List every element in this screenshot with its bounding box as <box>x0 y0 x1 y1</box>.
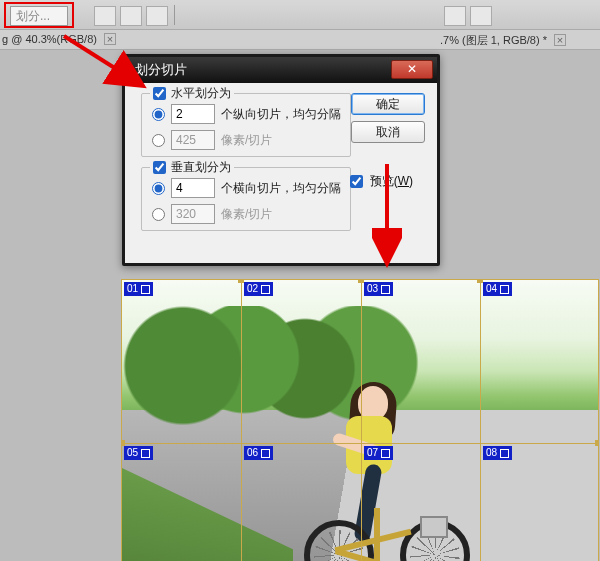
vertical-count-radio[interactable] <box>152 182 165 195</box>
slice-badge[interactable]: 05 <box>124 446 153 460</box>
slice-type-icon <box>261 285 270 294</box>
horizontal-count-input[interactable] <box>171 104 215 124</box>
preview-checkbox-label[interactable]: 预览(W) <box>350 173 413 190</box>
vertical-count-input[interactable] <box>171 178 215 198</box>
horizontal-px-row: 像素/切片 <box>152 130 272 150</box>
slice-badge[interactable]: 04 <box>483 282 512 296</box>
ok-button[interactable]: 确定 <box>351 93 425 115</box>
toolbar-icon[interactable] <box>444 6 466 26</box>
vertical-legend[interactable]: 垂直划分为 <box>150 159 234 176</box>
vertical-divide-group: 垂直划分为 个横向切片，均匀分隔 像素/切片 <box>141 167 351 231</box>
vertical-count-desc: 个横向切片，均匀分隔 <box>221 180 341 197</box>
slice-type-icon <box>500 285 509 294</box>
close-button[interactable]: ✕ <box>391 60 433 79</box>
document-tab-right[interactable]: .7% (图层 1, RGB/8) * × <box>440 33 566 48</box>
slice-guide-vertical[interactable] <box>241 280 242 561</box>
cancel-button[interactable]: 取消 <box>351 121 425 143</box>
legend-label: 水平划分为 <box>171 86 231 100</box>
slice-badge[interactable]: 06 <box>244 446 273 460</box>
slice-type-icon <box>141 285 150 294</box>
document-tab-bar: g @ 40.3%(RGB/8) × .7% (图层 1, RGB/8) * × <box>0 30 600 50</box>
slice-handle[interactable] <box>595 440 599 446</box>
horizontal-divide-group: 水平划分为 个纵向切片，均匀分隔 像素/切片 <box>141 93 351 157</box>
horizontal-enable-checkbox[interactable] <box>153 87 166 100</box>
slice-badge[interactable]: 01 <box>124 282 153 296</box>
slice-type-icon <box>141 449 150 458</box>
options-bar: 划分... <box>0 0 600 30</box>
tab-title: g @ 40.3%(RGB/8) <box>2 33 97 45</box>
horizontal-legend[interactable]: 水平划分为 <box>150 85 234 102</box>
slice-badge[interactable]: 03 <box>364 282 393 296</box>
horizontal-px-desc: 像素/切片 <box>221 132 272 149</box>
slice-badge[interactable]: 02 <box>244 282 273 296</box>
close-icon[interactable]: × <box>554 34 566 46</box>
photo-subject <box>302 386 452 561</box>
toolbar-icon[interactable] <box>120 6 142 26</box>
vertical-px-radio[interactable] <box>152 208 165 221</box>
workspace: 划分切片 ✕ 水平划分为 个纵向切片，均匀分隔 像素/切片 <box>0 50 600 561</box>
vertical-px-desc: 像素/切片 <box>221 206 272 223</box>
dialog-buttons: 确定 取消 <box>351 93 425 149</box>
slice-type-icon <box>261 449 270 458</box>
horizontal-count-desc: 个纵向切片，均匀分隔 <box>221 106 341 123</box>
slice-type-icon <box>381 285 390 294</box>
separator <box>174 5 175 25</box>
slice-badge[interactable]: 08 <box>483 446 512 460</box>
annotation-highlight <box>4 2 74 28</box>
horizontal-px-input <box>171 130 215 150</box>
slice-guide-vertical[interactable] <box>361 280 362 561</box>
toolbar-icon[interactable] <box>470 6 492 26</box>
preview-checkbox[interactable] <box>350 175 363 188</box>
divide-slice-dialog: 划分切片 ✕ 水平划分为 个纵向切片，均匀分隔 像素/切片 <box>122 54 440 266</box>
dialog-body: 水平划分为 个纵向切片，均匀分隔 像素/切片 垂直划分为 <box>125 83 437 263</box>
slice-type-icon <box>500 449 509 458</box>
tab-title: .7% (图层 1, RGB/8) * <box>440 34 547 46</box>
slice-guide-horizontal[interactable] <box>122 443 598 444</box>
vertical-px-row: 像素/切片 <box>152 204 272 224</box>
horizontal-count-row: 个纵向切片，均匀分隔 <box>152 104 341 124</box>
legend-label: 垂直划分为 <box>171 160 231 174</box>
vertical-px-input <box>171 204 215 224</box>
close-icon[interactable]: × <box>104 33 116 45</box>
vertical-enable-checkbox[interactable] <box>153 161 166 174</box>
dialog-title: 划分切片 <box>135 62 187 77</box>
toolbar-icon[interactable] <box>94 6 116 26</box>
slice-guide-vertical[interactable] <box>480 280 481 561</box>
horizontal-px-radio[interactable] <box>152 134 165 147</box>
vertical-count-row: 个横向切片，均匀分隔 <box>152 178 341 198</box>
document-tab-left[interactable]: g @ 40.3%(RGB/8) × <box>2 33 116 45</box>
horizontal-count-radio[interactable] <box>152 108 165 121</box>
slice-badge[interactable]: 07 <box>364 446 393 460</box>
toolbar-icon[interactable] <box>146 6 168 26</box>
slice-type-icon <box>381 449 390 458</box>
image-canvas[interactable]: 01 02 03 04 05 06 07 08 <box>121 279 599 561</box>
dialog-titlebar[interactable]: 划分切片 ✕ <box>125 57 437 83</box>
